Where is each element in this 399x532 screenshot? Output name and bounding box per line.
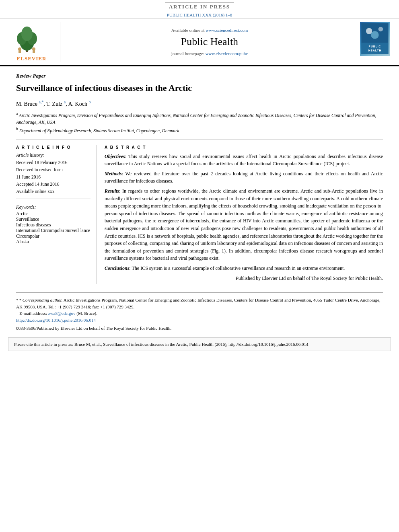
cite-box: Please cite this article in press as: Br… (8, 337, 391, 351)
footer-divider (16, 292, 383, 293)
sciencedirect-link[interactable]: www.sciencedirect.com (206, 28, 248, 33)
conclusions-label: Conclusions (105, 265, 129, 271)
main-content: Review Paper Surveillance of infectious … (0, 73, 399, 284)
email-suffix: (M. Bruce). (76, 311, 97, 316)
cite-text: Please cite this article in press as: Br… (14, 342, 308, 347)
abstract-heading: A B S T R A C T (105, 145, 383, 150)
svg-point-4 (21, 27, 33, 41)
methods-label: Methods (105, 171, 122, 177)
journal-center-info: Available online at www.sciencedirect.co… (64, 22, 355, 62)
two-col-section: A R T I C L E I N F O Article history: R… (16, 145, 383, 285)
ph-logo-container: PUBLIC HEALTH (359, 22, 391, 62)
svg-rect-6 (19, 50, 21, 53)
email-line: E-mail address: zwa8@cdc.gov (M. Bruce). (16, 310, 383, 317)
available-online: Available online xxx (16, 188, 90, 195)
methods-text: : We reviewed the literature over the pa… (105, 171, 383, 184)
email-address[interactable]: zwa8@cdc.gov (48, 311, 76, 316)
email-label-text: E-mail address: (19, 311, 47, 316)
elsevier-brand-text: ELSEVIER (17, 55, 47, 62)
available-online-text: Available online at www.sciencedirect.co… (64, 28, 355, 33)
svg-text:HEALTH: HEALTH (368, 49, 382, 52)
svg-point-11 (378, 27, 383, 32)
published-text: Published by Elsevier Ltd on behalf of T… (105, 275, 383, 282)
keywords-divider (16, 199, 90, 199)
elsevier-tree-icon (14, 22, 50, 54)
paper-title: Surveillance of infectious diseases in t… (16, 82, 383, 94)
journal-header: ELSEVIER Available online at www.science… (0, 18, 399, 66)
results-para: Results: In regards to other regions wor… (105, 187, 383, 262)
results-label: Results (105, 188, 119, 194)
abstract-col: A B S T R A C T Objectives: This study r… (105, 145, 383, 285)
received2b: 11 June 2016 (16, 174, 90, 180)
svg-point-12 (371, 31, 378, 39)
svg-point-10 (366, 28, 372, 34)
article-in-press-banner: ARTICLE IN PRESS PUBLIC HEALTH XXX (2016… (0, 0, 399, 18)
history-label: Article history: (16, 153, 90, 158)
abstract-text: Objectives: This study reviews how socia… (105, 153, 383, 282)
conclusions-para: Conclusions: The ICS system is a success… (105, 265, 383, 272)
corr-label: * Corresponding author. (19, 298, 63, 302)
objectives-text: : This study reviews how social and envi… (105, 154, 383, 167)
keyword-2: Surveillance (16, 217, 90, 222)
elsevier-logo: ELSEVIER (8, 22, 60, 62)
svg-point-5 (18, 47, 21, 51)
issn-line: 0033-3506/Published by Elsevier Ltd on b… (16, 325, 383, 332)
ph-logo-image: PUBLIC HEALTH (361, 23, 389, 54)
objectives-label: Objectives (105, 154, 125, 159)
journal-name: Public Health (64, 36, 355, 48)
journal-ref: PUBLIC HEALTH XXX (2016) 1–8 (0, 12, 399, 17)
keyword-5: Circumpolar (16, 234, 90, 238)
received1: Received 18 February 2016 (16, 159, 90, 166)
footnote-area: * * Corresponding author. Arctic Investi… (0, 297, 399, 332)
svg-text:PUBLIC: PUBLIC (369, 45, 381, 48)
corr-star: * (16, 298, 19, 302)
corr-text: Arctic Investigations Program, National … (16, 298, 380, 309)
svg-point-7 (32, 47, 35, 51)
keyword-6: Alaska (16, 239, 90, 244)
accepted: Accepted 14 June 2016 (16, 181, 90, 187)
doi-line: http://dx.doi.org/10.1016/j.puhe.2016.06… (16, 317, 383, 324)
doi-link[interactable]: http://dx.doi.org/10.1016/j.puhe.2016.06… (16, 318, 96, 322)
paper-type: Review Paper (16, 73, 383, 79)
keyword-4: International Circumpolar Surveil-lance (16, 228, 90, 233)
keyword-1: Arctic (16, 211, 90, 216)
results-text: : In regards to other regions worldwide,… (105, 188, 383, 261)
aip-label: ARTICLE IN PRESS (165, 2, 234, 11)
corresponding-author-line: * * Corresponding author. Arctic Investi… (16, 297, 383, 310)
homepage-info: journal homepage: www.elsevier.com/puhe (64, 51, 355, 56)
article-info-heading: A R T I C L E I N F O (16, 145, 90, 150)
authors-line: M. Bruce a,*, T. Zulz a, A. Koch b (16, 100, 383, 107)
methods-para: Methods: We reviewed the literature over… (105, 170, 383, 185)
svg-rect-8 (33, 50, 35, 53)
conclusions-text: : The ICS system is a successful example… (129, 265, 345, 271)
received2: Received in revised form (16, 166, 90, 173)
keyword-3: Infectious diseases (16, 222, 90, 227)
elsevier-homepage-link[interactable]: www.elsevier.com/puhe (206, 51, 248, 56)
svg-rect-13 (361, 43, 388, 54)
affiliations: a Arctic Investigations Program, Divisio… (16, 111, 383, 134)
ph-logo-box: PUBLIC HEALTH (360, 22, 390, 56)
article-info-col: A R T I C L E I N F O Article history: R… (16, 145, 97, 285)
section-divider-1 (16, 139, 383, 140)
keywords-label: Keywords: (16, 205, 90, 210)
objectives-para: Objectives: This study reviews how socia… (105, 153, 383, 168)
